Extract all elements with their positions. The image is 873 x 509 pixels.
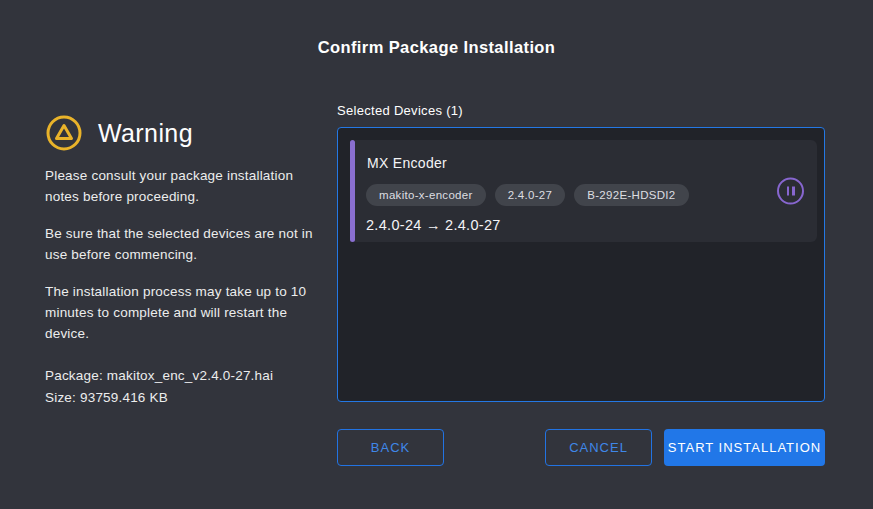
device-tag-serial: B-292E-HDSDI2 bbox=[574, 184, 688, 206]
warning-text: Please consult your package installation… bbox=[45, 165, 327, 344]
dialog-actions: BACK CANCEL START INSTALLATION bbox=[337, 429, 825, 466]
selected-devices-header: Selected Devices (1) bbox=[337, 103, 825, 118]
back-button[interactable]: BACK bbox=[337, 429, 444, 466]
device-card[interactable]: MX Encoder makito-x-encoder 2.4.0-27 B-2… bbox=[350, 140, 817, 242]
warning-header: Warning bbox=[45, 114, 327, 152]
device-accent-bar bbox=[350, 140, 355, 242]
device-tags: makito-x-encoder 2.4.0-27 B-292E-HDSDI2 bbox=[366, 184, 801, 206]
warning-triangle-icon bbox=[45, 114, 83, 152]
device-name: MX Encoder bbox=[367, 155, 801, 171]
page-title: Confirm Package Installation bbox=[0, 0, 873, 57]
device-tag-version: 2.4.0-27 bbox=[495, 184, 566, 206]
selected-devices-panel: MX Encoder makito-x-encoder 2.4.0-27 B-2… bbox=[337, 127, 825, 402]
warning-paragraph: Please consult your package installation… bbox=[45, 165, 327, 207]
warning-paragraph: Be sure that the selected devices are no… bbox=[45, 223, 327, 265]
cancel-button[interactable]: CANCEL bbox=[545, 429, 652, 466]
dialog-content: Warning Please consult your package inst… bbox=[0, 103, 873, 466]
device-version-change: 2.4.0-24 → 2.4.0-27 bbox=[366, 217, 801, 233]
warning-section: Warning Please consult your package inst… bbox=[45, 103, 327, 466]
devices-section: Selected Devices (1) MX Encoder makito-x… bbox=[337, 103, 825, 466]
device-tag-type: makito-x-encoder bbox=[366, 184, 486, 206]
package-info: Package: makitox_enc_v2.4.0-27.hai Size:… bbox=[45, 365, 327, 409]
warning-heading: Warning bbox=[98, 119, 193, 148]
start-installation-button[interactable]: START INSTALLATION bbox=[664, 429, 825, 466]
package-name: Package: makitox_enc_v2.4.0-27.hai bbox=[45, 365, 327, 387]
warning-paragraph: The installation process may take up to … bbox=[45, 281, 327, 344]
package-size: Size: 93759.416 KB bbox=[45, 387, 327, 409]
pause-icon bbox=[777, 178, 804, 205]
